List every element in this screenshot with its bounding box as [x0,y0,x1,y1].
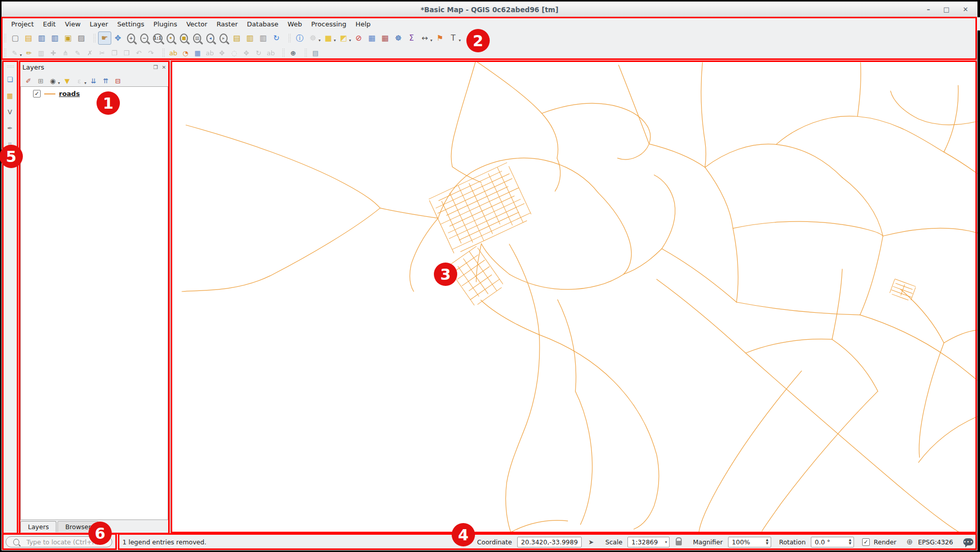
zoom-to-selection-icon[interactable]: ■ [177,31,191,45]
identify-features-icon[interactable]: ⓘ [293,31,306,45]
layer-name[interactable]: roads [59,90,80,98]
panel-close-icon[interactable]: ✕ [162,64,166,70]
toolbar-grip[interactable] [7,65,14,68]
edit-attributes-icon[interactable]: ✎ [72,47,84,59]
pin-labels-icon[interactable]: ✥ [216,47,228,59]
toolbar-grip[interactable] [93,34,96,43]
zoom-last-icon[interactable]: ◂ [204,31,217,45]
maximize-button[interactable]: □ [943,6,950,13]
menu-raster[interactable]: Raster [212,19,242,29]
show-bookmarks-icon[interactable]: ▥ [243,31,257,45]
menu-help[interactable]: Help [351,19,375,29]
lock-scale-icon[interactable] [676,541,682,545]
cut-features-icon[interactable]: ✂ [96,47,108,59]
layout-manager-icon[interactable]: ▨ [75,31,88,45]
save-project-icon[interactable]: ▥ [35,31,48,45]
menu-settings[interactable]: Settings [113,19,149,29]
add-feature-icon[interactable]: ✚ [47,47,59,59]
panel-float-icon[interactable]: ❐ [153,64,158,70]
collapse-all-icon[interactable]: ⇈ [100,75,112,87]
menu-project[interactable]: Project [7,19,38,29]
menu-plugins[interactable]: Plugins [149,19,182,29]
close-button[interactable]: ✕ [963,6,968,13]
layer-labeling-icon[interactable]: ab [167,47,179,59]
filter-by-expression-icon[interactable]: ε [73,75,85,87]
delete-selected-icon[interactable]: ✗ [84,47,96,59]
minimize-button[interactable]: – [927,6,930,13]
select-features-icon[interactable]: ■ [322,31,335,45]
menu-view[interactable]: View [60,19,85,29]
python-console-icon[interactable]: ▤ [309,47,322,59]
scale-combo[interactable]: 1:32869 ▾ [627,537,670,547]
messages-icon[interactable]: ••• [963,538,973,545]
change-label-icon[interactable]: ab [265,47,277,59]
pan-to-selection-icon[interactable]: ✥ [111,31,124,45]
data-source-manager-icon[interactable]: ❏ [4,73,16,85]
magnifier-spinbox[interactable]: 100% ▲▼ [728,537,771,547]
vertex-tool-icon[interactable]: ⋔ [59,47,72,59]
new-bookmark-icon[interactable]: ▤ [230,31,243,45]
title-bar[interactable]: *Basic Map - QGIS 0c62abed96 [tm] – □ ✕ [2,2,977,18]
highlight-pinned-labels-icon[interactable]: ab [204,47,216,59]
current-edits-icon[interactable]: ✎ [9,47,21,59]
add-group-icon[interactable]: ⊞ [35,75,47,87]
add-vector-layer-icon[interactable]: ▦ [4,89,16,102]
menu-processing[interactable]: Processing [306,19,351,29]
tab-layers[interactable]: Layers [20,521,56,532]
toolbar-grip[interactable] [304,48,307,57]
redo-icon[interactable]: ↷ [145,47,157,59]
copy-features-icon[interactable]: ❐ [108,47,120,59]
show-hidden-labels-icon[interactable]: ◌ [228,47,240,59]
layer-styling-icon[interactable]: ✐ [22,75,35,87]
toolbar-grip[interactable] [4,48,7,57]
move-label-icon[interactable]: ✥ [240,47,252,59]
new-print-layout-icon[interactable]: ▣ [61,31,75,45]
new-spatialite-layer-icon[interactable]: ✒ [4,122,16,134]
rotation-spinbox[interactable]: 0.0 ° ▲▼ [811,537,854,547]
crs-status[interactable]: EPSG:4326 [918,538,953,546]
chevron-down-icon[interactable]: ▾ [665,540,667,544]
new-project-icon[interactable]: ▢ [9,31,22,45]
layer-diagram-icon[interactable]: ◔ [179,47,192,59]
measure-icon[interactable]: ↔ [418,31,431,45]
options-gear-icon[interactable]: ☸ [392,31,405,45]
remove-layer-icon[interactable]: ⊟ [112,75,124,87]
locate-bar[interactable] [6,536,112,547]
map-canvas[interactable] [171,60,977,533]
new-shapefile-layer-icon[interactable]: V [4,106,16,118]
save-project-as-icon[interactable]: ▥ [48,31,61,45]
toggle-editing-icon[interactable]: ✏ [23,47,35,59]
field-calculator-icon[interactable]: ▦ [378,31,392,45]
spin-arrows-icon[interactable]: ▲▼ [849,538,851,545]
menu-web[interactable]: Web [283,19,306,29]
tab-browser[interactable]: Browser [57,521,99,532]
filter-legend-icon[interactable]: ▼ [61,75,73,87]
zoom-to-layer-icon[interactable]: ▤ [191,31,204,45]
layer-item-roads[interactable]: ✓ roads [21,87,168,98]
refresh-icon[interactable]: ↻ [270,31,283,45]
toolbar-grip[interactable] [288,34,291,43]
metasearch-globe-icon[interactable]: ⊕ [287,47,299,59]
menu-layer[interactable]: Layer [85,19,113,29]
zoom-next-icon[interactable]: ▸ [217,31,230,45]
locate-input[interactable] [25,538,107,546]
layer-visibility-checkbox[interactable]: ✓ [33,90,41,98]
toggle-extents-icon[interactable]: ➤ [585,536,597,548]
zoom-in-icon[interactable]: + [124,31,138,45]
menu-vector[interactable]: Vector [182,19,212,29]
render-checkbox[interactable]: ✓ [862,538,870,546]
save-layer-edits-icon[interactable]: ▥ [35,47,47,59]
manage-map-themes-icon[interactable]: ◉ [47,75,59,87]
menu-edit[interactable]: Edit [38,19,60,29]
zoom-out-icon[interactable]: − [138,31,151,45]
text-annotation-icon[interactable]: T [447,31,460,45]
run-feature-action-icon[interactable]: ☸ [306,31,320,45]
paste-features-icon[interactable]: ❒ [120,47,133,59]
statistical-summary-icon[interactable]: Σ [405,31,418,45]
undo-icon[interactable]: ↶ [133,47,145,59]
zoom-full-extent-icon[interactable]: ✦ [164,31,177,45]
open-attribute-table-icon[interactable]: ▦ [365,31,378,45]
deselect-features-icon[interactable]: ⊘ [352,31,365,45]
coordinate-field[interactable]: 20.3420,-33.9989 [517,537,582,547]
bookmark-manager-icon[interactable]: ▥ [257,31,270,45]
